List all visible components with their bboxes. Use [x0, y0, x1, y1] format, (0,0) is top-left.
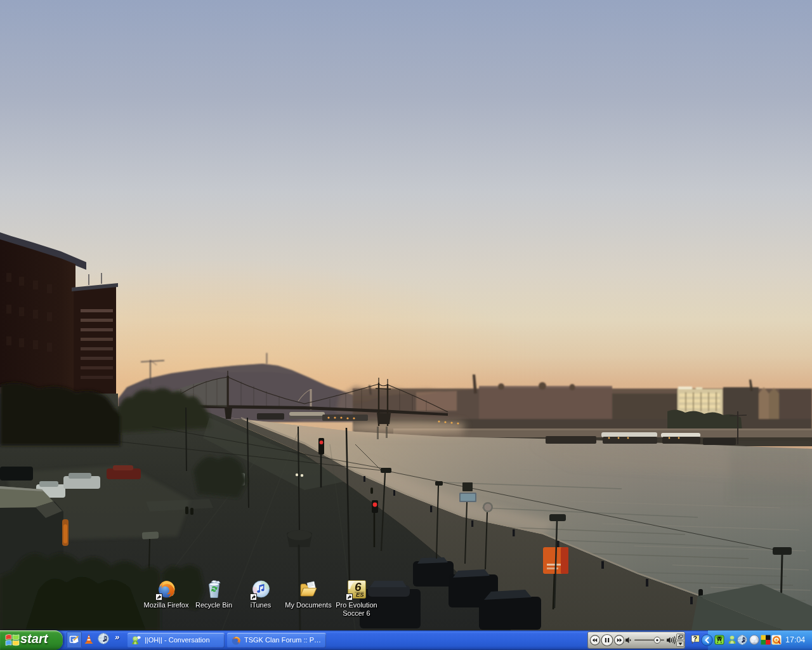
svg-text:?: ? [693, 635, 697, 642]
